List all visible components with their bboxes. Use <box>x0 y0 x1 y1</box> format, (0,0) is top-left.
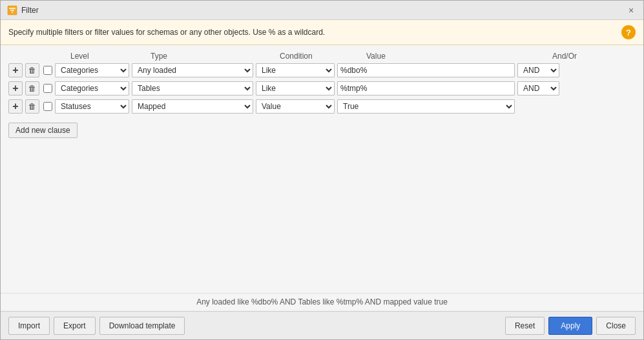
and-or-select[interactable]: AND OR <box>517 81 559 95</box>
col-header-condition: Condition <box>280 52 364 61</box>
window-title: Filter <box>21 6 39 15</box>
help-button[interactable]: ? <box>621 25 636 39</box>
condition-select[interactable]: Like Not Like Equals <box>256 63 335 77</box>
delete-row-button[interactable]: 🗑 <box>25 63 39 77</box>
info-text: Specify multiple filters or filter value… <box>8 28 325 37</box>
plus-icon: + <box>12 83 18 94</box>
window-close-button[interactable]: × <box>625 5 637 16</box>
value-select[interactable]: True False <box>337 99 515 114</box>
title-bar: Filter × <box>1 1 643 20</box>
delete-row-button[interactable]: 🗑 <box>25 81 39 95</box>
status-text: Any loaded like %dbo% AND Tables like %t… <box>196 297 448 306</box>
filter-row: + 🗑 Categories Statuses Tags Any loaded … <box>8 99 636 114</box>
footer-left: Import Export Download template <box>8 317 185 335</box>
status-bar: Any loaded like %dbo% AND Tables like %t… <box>1 293 643 311</box>
level-select[interactable]: Categories Statuses Tags <box>55 81 129 95</box>
level-select[interactable]: Categories Statuses Tags <box>55 63 129 77</box>
close-button[interactable]: Close <box>596 317 636 335</box>
add-row-button[interactable]: + <box>8 99 23 114</box>
col-header-level: Level <box>70 52 148 61</box>
type-select[interactable]: Any loaded Tables Mapped <box>132 99 253 114</box>
title-bar-left: Filter <box>7 5 39 15</box>
filter-row: + 🗑 Categories Statuses Tags Any loaded … <box>8 81 636 95</box>
plus-icon: + <box>12 65 18 76</box>
footer: Import Export Download template Reset Ap… <box>1 311 643 339</box>
add-row-button[interactable]: + <box>8 81 23 95</box>
download-template-button[interactable]: Download template <box>99 317 185 335</box>
value-input[interactable] <box>337 81 515 95</box>
value-input[interactable] <box>337 63 515 77</box>
main-content: Level Type Condition Value And/Or + 🗑 Ca… <box>1 45 643 293</box>
condition-select[interactable]: Like Not Like Equals <box>256 81 335 95</box>
trash-icon: 🗑 <box>28 84 36 93</box>
plus-icon: + <box>12 101 18 112</box>
trash-icon: 🗑 <box>28 66 36 75</box>
filter-row: + 🗑 Categories Statuses Tags Any loaded … <box>8 63 636 77</box>
filter-window: Filter × Specify multiple filters or fil… <box>0 0 644 340</box>
trash-icon: 🗑 <box>28 102 36 111</box>
row-checkbox[interactable] <box>43 84 52 93</box>
add-row-button[interactable]: + <box>8 63 23 77</box>
col-header-value: Value <box>366 52 550 61</box>
export-button[interactable]: Export <box>54 317 96 335</box>
import-button[interactable]: Import <box>8 317 50 335</box>
row-checkbox[interactable] <box>43 102 52 111</box>
column-headers: Level Type Condition Value And/Or <box>70 52 636 63</box>
row-checkbox[interactable] <box>43 66 52 75</box>
info-bar: Specify multiple filters or filter value… <box>1 20 643 45</box>
delete-row-button[interactable]: 🗑 <box>25 99 39 114</box>
filter-icon <box>7 5 17 15</box>
condition-select[interactable]: Like Not Like Equals Value <box>256 99 335 114</box>
reset-button[interactable]: Reset <box>505 317 545 335</box>
type-select[interactable]: Any loaded Tables Views Schemas <box>132 63 253 77</box>
add-clause-button[interactable]: Add new clause <box>8 123 78 138</box>
footer-right: Reset Apply Close <box>505 317 636 335</box>
type-select[interactable]: Any loaded Tables Views Schemas <box>132 81 253 95</box>
col-header-andor: And/Or <box>552 52 636 61</box>
apply-button[interactable]: Apply <box>548 317 592 335</box>
level-select[interactable]: Categories Statuses Tags <box>55 99 129 114</box>
and-or-select[interactable]: AND OR <box>517 63 559 77</box>
col-header-type: Type <box>151 52 277 61</box>
